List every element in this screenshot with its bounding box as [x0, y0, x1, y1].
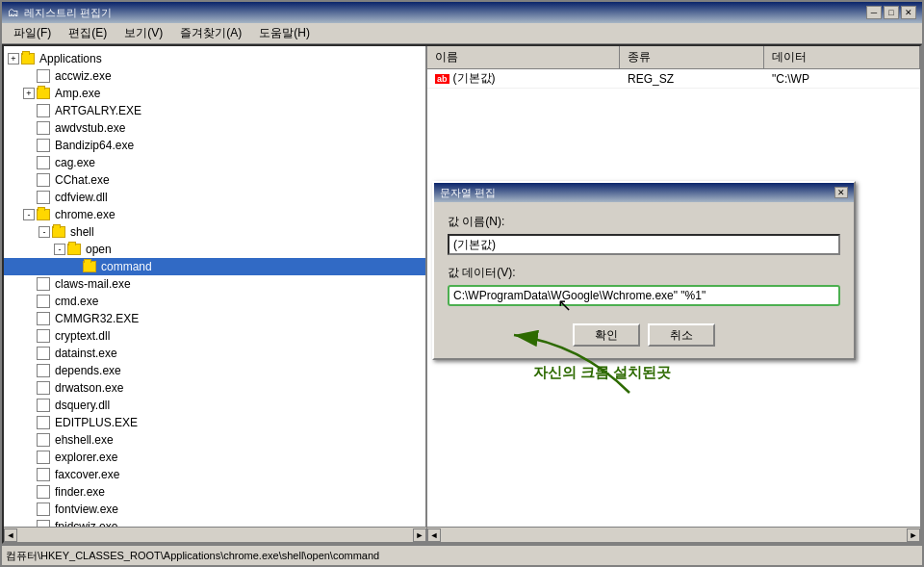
tree-item-artgalry[interactable]: ARTGALRY.EXE: [4, 102, 425, 119]
tree-label: Applications: [39, 52, 102, 65]
tree-item-editplus[interactable]: EDITPLUS.EXE: [4, 414, 425, 431]
tree-item-cdfview[interactable]: cdfview.dll: [4, 189, 425, 206]
file-icon: [37, 520, 50, 527]
file-icon: [37, 451, 50, 464]
cell-data: "C:\WP: [764, 70, 920, 88]
col-header-data[interactable]: 데이터: [764, 46, 920, 68]
cell-type: REG_SZ: [620, 70, 764, 88]
scroll-right[interactable]: ►: [413, 528, 426, 542]
scroll-left-right[interactable]: ◄: [427, 528, 441, 542]
tree-label: claws-mail.exe: [55, 277, 131, 291]
col-header-type[interactable]: 종류: [620, 46, 764, 68]
tree-item-open[interactable]: - open: [4, 241, 425, 258]
dialog-title-text: 문자열 편집: [440, 186, 496, 200]
tree-item-command[interactable]: command: [4, 258, 425, 275]
tree-item-cryptext[interactable]: cryptext.dll: [4, 327, 425, 345]
tree-label: ehshell.exe: [55, 433, 114, 447]
dialog-data-input[interactable]: [448, 285, 840, 306]
file-icon: [37, 399, 50, 412]
tree-label: faxcover.exe: [55, 468, 119, 481]
tree-item-cmmgr32[interactable]: CMMGR32.EXE: [4, 310, 425, 327]
col-header-name[interactable]: 이름: [427, 46, 620, 68]
file-icon: [37, 485, 50, 499]
tree-label: dsquery.dll: [55, 399, 110, 412]
expand-open[interactable]: -: [54, 244, 65, 255]
file-icon: [37, 416, 50, 429]
tree-item-drwatson[interactable]: drwatson.exe: [4, 379, 425, 397]
tree-item-clawsmail[interactable]: claws-mail.exe: [4, 275, 425, 293]
window: 🗂 레지스트리 편집기 ─ □ ✕ 파일(F) 편집(E) 보기(V) 즐겨찾기…: [0, 0, 924, 567]
file-icon: [37, 156, 50, 169]
menu-bar: 파일(F) 편집(E) 보기(V) 즐겨찾기(A) 도움말(H): [2, 23, 922, 44]
tree-label: depends.exe: [55, 364, 121, 377]
tree-item-datainst[interactable]: datainst.exe: [4, 345, 425, 362]
tree-item-awdvstub[interactable]: awdvstub.exe: [4, 119, 425, 137]
tree-label: shell: [70, 225, 94, 239]
expand-chrome[interactable]: -: [23, 209, 35, 220]
tree-item-dsquery[interactable]: dsquery.dll: [4, 397, 425, 414]
scroll-right-right[interactable]: ►: [907, 528, 920, 542]
tree-item-accwiz[interactable]: accwiz.exe: [4, 67, 425, 85]
table-row[interactable]: ab (기본값) REG_SZ "C:\WP: [427, 69, 920, 89]
dialog-name-input[interactable]: [448, 234, 840, 255]
tree-item-bandizip[interactable]: Bandizip64.exe: [4, 137, 425, 154]
tree-label: open: [86, 243, 112, 256]
maximize-button[interactable]: □: [884, 6, 899, 19]
dialog-body: 값 이름(N): 값 데이터(V): 확인 취소: [434, 202, 854, 358]
dialog-cancel-button[interactable]: 취소: [648, 323, 715, 347]
tree-item-fpidcwiz[interactable]: fpidcwiz.exe: [4, 518, 425, 527]
tree-scrollbar[interactable]: ◄ ►: [4, 527, 426, 542]
tree-label: Bandizip64.exe: [55, 139, 134, 152]
tree-item-finder[interactable]: finder.exe: [4, 483, 425, 501]
menu-favorites[interactable]: 즐겨찾기(A): [172, 23, 249, 43]
file-icon: [37, 191, 50, 204]
right-panel: 이름 종류 데이터 ab (기본값) REG_SZ "C:\WP 문자열 편집 …: [427, 46, 920, 542]
tree-item-applications[interactable]: + Applications: [4, 50, 425, 67]
expand-applications[interactable]: +: [8, 53, 19, 64]
tree-item-amp[interactable]: + Amp.exe: [4, 85, 425, 102]
tree-item-chrome[interactable]: - chrome.exe: [4, 206, 425, 223]
title-bar-buttons: ─ □ ✕: [866, 6, 916, 19]
tree-item-explorer[interactable]: explorer.exe: [4, 449, 425, 466]
expand-shell[interactable]: -: [38, 226, 50, 238]
folder-icon: [83, 261, 96, 272]
tree-item-cchat[interactable]: CChat.exe: [4, 171, 425, 189]
expand-amp[interactable]: +: [23, 88, 35, 99]
scroll-left[interactable]: ◄: [4, 528, 17, 542]
dialog-ok-button[interactable]: 확인: [573, 323, 640, 347]
file-icon: [37, 295, 50, 308]
annotation-text: 자신의 크롬 설치된곳: [533, 364, 671, 382]
menu-view[interactable]: 보기(V): [116, 23, 170, 43]
file-icon: [37, 503, 50, 516]
file-icon: [37, 104, 50, 117]
menu-help[interactable]: 도움말(H): [251, 23, 318, 43]
right-scrollbar[interactable]: ◄ ►: [427, 527, 920, 542]
file-icon: [37, 433, 50, 447]
dialog-close-button[interactable]: ✕: [834, 187, 848, 198]
tree-label: CChat.exe: [55, 173, 110, 187]
tree-item-cmd[interactable]: cmd.exe: [4, 293, 425, 310]
file-icon: [37, 69, 50, 83]
tree-item-fontview[interactable]: fontview.exe: [4, 501, 425, 518]
tree-label: accwiz.exe: [55, 69, 112, 83]
file-icon: [37, 312, 50, 325]
tree-item-shell[interactable]: - shell: [4, 223, 425, 241]
minimize-button[interactable]: ─: [866, 6, 882, 19]
tree-item-faxcover[interactable]: faxcover.exe: [4, 466, 425, 483]
file-icon: [37, 468, 50, 481]
tree-label: cryptext.dll: [55, 329, 110, 343]
tree-item-depends[interactable]: depends.exe: [4, 362, 425, 379]
close-button[interactable]: ✕: [901, 6, 916, 19]
tree-item-cag[interactable]: cag.exe: [4, 154, 425, 171]
dialog: 문자열 편집 ✕ 값 이름(N): 값 데이터(V): 확인 취소: [432, 181, 856, 360]
tree-item-ehshell[interactable]: ehshell.exe: [4, 431, 425, 449]
tree-label: awdvstub.exe: [55, 121, 125, 135]
menu-edit[interactable]: 편집(E): [61, 23, 115, 43]
tree-label: Amp.exe: [55, 87, 100, 100]
menu-file[interactable]: 파일(F): [6, 23, 59, 43]
tree-label: EDITPLUS.EXE: [55, 416, 138, 429]
file-icon: [37, 347, 50, 360]
title-bar: 🗂 레지스트리 편집기 ─ □ ✕: [2, 2, 922, 23]
tree-label: command: [101, 260, 152, 273]
file-icon: [37, 381, 50, 395]
